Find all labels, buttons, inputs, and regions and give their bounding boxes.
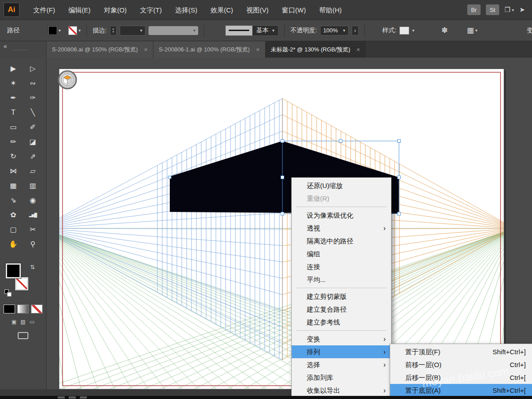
menu-item-9[interactable]: 帮助(H) (313, 0, 348, 20)
taskbar-item[interactable] (80, 396, 87, 399)
hand-tool[interactable]: ✋ (4, 237, 23, 251)
context-item-average[interactable]: 平均... (292, 273, 391, 286)
lasso-tool[interactable]: ∾ (23, 76, 43, 90)
stroke-style-select[interactable]: 基本 ▾ (225, 25, 278, 36)
taskbar-item[interactable] (69, 396, 76, 399)
menu-item-7[interactable]: 视图(V) (240, 0, 275, 20)
color-button[interactable] (4, 305, 15, 313)
context-item-arrange[interactable]: 排列› (292, 345, 391, 358)
context-item-select[interactable]: 选择› (292, 358, 391, 371)
swap-fill-stroke-icon[interactable]: ⇅ (30, 264, 35, 270)
brush-definition-select[interactable]: ▾ (149, 26, 198, 35)
tab-close-icon[interactable]: × (144, 46, 148, 53)
stepper-up-icon[interactable]: ▲ (112, 27, 114, 31)
perspective-grid-tool[interactable]: ▦ (4, 178, 23, 193)
submenu-item-bring-forward[interactable]: 前移一层(O)Ctrl+] (390, 358, 532, 371)
style-caret-icon[interactable]: ▾ (412, 28, 415, 33)
pencil-tool[interactable]: ✏ (4, 134, 23, 149)
stroke-weight-select[interactable]: ▾ (120, 26, 145, 35)
eyedropper-tool[interactable]: ⇘ (4, 193, 23, 207)
menu-item-5[interactable]: 选择(S) (168, 0, 204, 20)
mode-icon-1[interactable]: ▣ (12, 319, 16, 325)
menu-item-8[interactable]: 窗口(W) (275, 0, 313, 20)
stroke-swatch-large[interactable] (15, 277, 28, 290)
selection-handle[interactable] (398, 176, 401, 179)
slice-tool[interactable]: ✂ (23, 222, 43, 237)
collapse-panel-icon[interactable]: « (4, 43, 7, 50)
free-transform-tool[interactable]: ▱ (23, 164, 43, 178)
context-item-join[interactable]: 连接 (292, 260, 391, 273)
selection-handle[interactable] (339, 140, 342, 143)
canvas-area[interactable] (47, 58, 532, 389)
gradient-tool[interactable]: ▥ (23, 178, 43, 193)
context-item-make-clipping-mask[interactable]: 建立剪切蒙版 (292, 290, 391, 303)
opacity-panel-button[interactable]: › (352, 26, 359, 35)
selection-handle[interactable] (398, 212, 401, 215)
style-swatch[interactable] (399, 27, 409, 35)
selection-handle[interactable] (281, 140, 284, 143)
direct-selection-tool[interactable]: ▷ (23, 61, 43, 76)
taskbar-item[interactable] (58, 396, 65, 399)
launch-icon[interactable]: ➤ (519, 6, 525, 14)
stroke-caret-icon[interactable]: ▾ (78, 28, 81, 33)
context-item-isolate-selected-path[interactable]: 隔离选中的路径 (292, 235, 391, 247)
column-graph-tool[interactable]: ▂▅█ (23, 207, 43, 222)
app-logo[interactable]: Ai (4, 3, 20, 17)
zoom-tool[interactable]: ⚲ (23, 237, 43, 251)
fill-swatch-large[interactable] (6, 263, 21, 278)
scale-tool[interactable]: ⇗ (23, 149, 43, 164)
touch-wheel-icon[interactable]: ✽ (442, 26, 448, 35)
submenu-item-send-backward[interactable]: 后移一层(B)Ctrl+[ (390, 371, 532, 384)
overflow-control-label[interactable]: 变 (527, 27, 532, 35)
width-tool[interactable]: ⋈ (4, 164, 23, 178)
line-segment-tool[interactable]: ╲ (23, 105, 43, 120)
stroke-weight-stepper[interactable]: ▲ ▼ (110, 26, 117, 35)
context-item-perspective[interactable]: 透视› (292, 222, 391, 235)
grid-options-icon[interactable]: ▦ ▾ (467, 26, 477, 35)
submenu-item-bring-to-front[interactable]: 置于顶层(F)Shift+Ctrl+] (390, 345, 532, 358)
opacity-input[interactable]: 100% ▾ (320, 26, 348, 35)
document-tab[interactable]: S-200806.ai @ 150% (RGB/预览)× (47, 41, 153, 58)
paintbrush-tool[interactable]: ✐ (23, 120, 43, 134)
selection-handle[interactable] (281, 176, 284, 179)
selection-handle[interactable] (398, 140, 401, 143)
tab-close-icon[interactable]: × (256, 46, 259, 53)
rectangle-tool[interactable]: ▭ (4, 120, 23, 134)
document-tab[interactable]: 未标题-2* @ 130% (RGB/预览)× (266, 41, 366, 58)
mode-icon-3[interactable]: ▭ (30, 319, 35, 325)
bridge-button[interactable]: Br (467, 4, 481, 15)
context-item-make-guides[interactable]: 建立参考线 (292, 316, 391, 329)
context-item-make-compound-path[interactable]: 建立复合路径 (292, 303, 391, 316)
default-stroke-icon[interactable] (7, 292, 12, 297)
type-tool[interactable]: T (4, 105, 23, 120)
context-item-make-pixel-perfect[interactable]: 设为像素级优化 (292, 209, 391, 222)
menu-item-1[interactable]: 文件(F) (27, 0, 62, 20)
symbol-sprayer-tool[interactable]: ✿ (4, 207, 23, 222)
context-item-add-to-library[interactable]: 添加到库 (292, 371, 391, 384)
menu-item-3[interactable]: 对象(O) (97, 0, 133, 20)
menu-item-2[interactable]: 编辑(E) (62, 0, 97, 20)
panel-grip-icon[interactable]: ⋯⋯⋯ (12, 47, 28, 53)
none-button[interactable] (31, 305, 43, 313)
mode-icon-2[interactable]: ▨ (20, 319, 25, 325)
magic-wand-tool[interactable]: ✶ (4, 76, 23, 90)
curvature-tool[interactable]: ✑ (23, 90, 43, 105)
gradient-button[interactable] (17, 305, 29, 313)
rotate-tool[interactable]: ↻ (4, 149, 23, 164)
draw-normal-icon[interactable] (18, 332, 28, 339)
stock-button[interactable]: St (486, 4, 499, 15)
selection-handle[interactable] (281, 212, 284, 215)
document-tab[interactable]: S-200806-1.ai @ 100% (RGB/预览)× (153, 41, 266, 58)
fill-color-swatch[interactable] (48, 26, 57, 35)
context-item-redo[interactable]: 重做(R) (292, 192, 391, 205)
context-item-transform[interactable]: 变换› (292, 332, 391, 345)
stroke-color-swatch[interactable] (68, 26, 77, 35)
fill-caret-icon[interactable]: ▾ (59, 28, 61, 33)
submenu-item-send-to-back[interactable]: 置于底层(A)Shift+Ctrl+[ (390, 384, 532, 397)
context-item-collect-for-export[interactable]: 收集以导出› (292, 384, 391, 397)
anchor-point[interactable] (168, 176, 171, 179)
eraser-tool[interactable]: ◪ (23, 134, 43, 149)
context-item-group[interactable]: 编组 (292, 247, 391, 260)
pen-tool[interactable]: ✒ (4, 90, 23, 105)
stepper-down-icon[interactable]: ▼ (112, 31, 114, 34)
